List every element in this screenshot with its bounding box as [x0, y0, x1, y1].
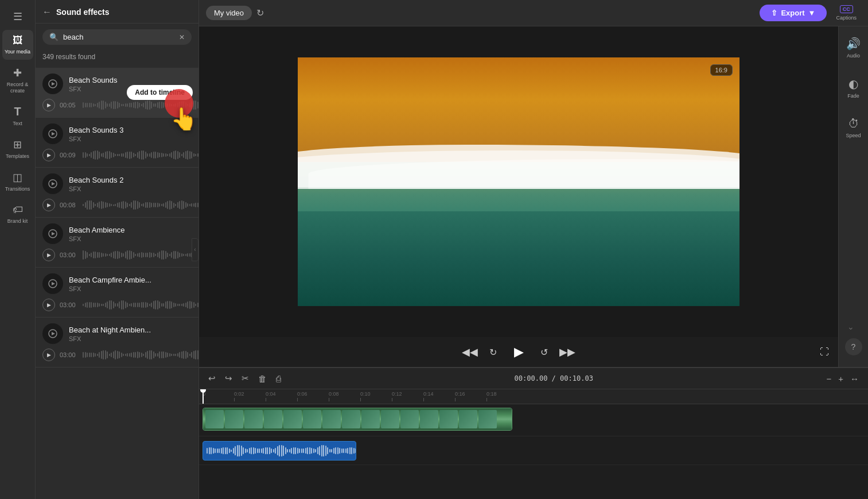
svg-marker-7: [52, 232, 55, 235]
play-button[interactable]: ▶: [42, 299, 55, 311]
text-icon: T: [14, 105, 21, 118]
waveform: [83, 99, 198, 111]
play-button[interactable]: ▶: [42, 199, 55, 211]
autosave-icon[interactable]: ↻: [256, 7, 264, 18]
sound-name: Beach at Night Ambien...: [69, 326, 192, 334]
fit-timeline-button[interactable]: ↔: [848, 372, 861, 385]
play-button[interactable]: ▶: [42, 149, 55, 161]
search-input[interactable]: [63, 33, 174, 41]
clear-search-button[interactable]: ✕: [179, 33, 185, 41]
svg-marker-11: [52, 332, 55, 335]
sound-info: Beach Campfire Ambie... SFX: [69, 276, 192, 292]
zoom-out-button[interactable]: −: [824, 372, 834, 385]
help-button[interactable]: ?: [845, 338, 862, 355]
sound-info: Beach at Night Ambien... SFX: [69, 326, 192, 342]
play-button[interactable]: ▶: [42, 99, 55, 111]
sidebar-item-templates[interactable]: ⊞ Templates: [2, 134, 33, 164]
sidebar-item-text[interactable]: T Text: [2, 100, 33, 131]
captions-button[interactable]: CC Captions: [831, 3, 861, 23]
your-media-icon: 🖼: [13, 34, 23, 47]
sound-thumb: [42, 323, 63, 344]
fast-forward-button[interactable]: ↺: [540, 347, 548, 358]
rewind-button[interactable]: ↻: [489, 347, 497, 358]
duration: 00:05: [60, 102, 78, 109]
back-button[interactable]: ←: [42, 7, 52, 17]
sound-item-top: Beach Sounds 2 SFX: [42, 173, 192, 194]
ruler-mark: 0:04: [266, 391, 297, 401]
add-to-timeline-button[interactable]: Add to timeline: [127, 85, 193, 100]
sound-info: Beach Sounds 2 SFX: [69, 176, 192, 192]
sidebar-item-transitions[interactable]: ◫ Transitions: [2, 167, 33, 197]
zoom-in-button[interactable]: +: [836, 372, 846, 385]
audio-clip[interactable]: [203, 441, 356, 461]
chevron-down-icon[interactable]: ⌄: [845, 320, 862, 334]
panel-collapse-handle[interactable]: ‹: [192, 238, 198, 261]
redo-button[interactable]: ↪: [223, 372, 235, 385]
fade-label: Fade: [847, 93, 859, 99]
sound-controls: ▶ 00:08: [42, 199, 192, 211]
duration: 03:00: [60, 301, 78, 308]
zoom-controls: − + ↔: [824, 372, 861, 385]
duration: 03:00: [60, 252, 78, 258]
sound-info: Beach Ambience SFX: [69, 226, 192, 242]
sidebar-item-record-create[interactable]: ✚ Record &create: [2, 62, 33, 99]
sound-type: SFX: [69, 335, 192, 342]
sidebar-item-your-media[interactable]: 🖼 Your media: [2, 30, 33, 60]
sound-type: SFX: [69, 285, 192, 292]
record-create-icon: ✚: [13, 67, 22, 79]
video-controls: ◀◀ ↻ ▶ ↺ ▶▶ ⛶: [199, 337, 838, 367]
ruler-mark: 0:12: [392, 391, 423, 401]
delete-button[interactable]: 🗑: [256, 372, 269, 385]
play-pause-button[interactable]: ▶: [508, 342, 529, 362]
waveform: [83, 299, 198, 311]
sound-list: Beach Sounds SFX ▶ 00:05 Add to timeline…: [36, 65, 198, 499]
timeline-tracks: [199, 404, 868, 499]
export-button[interactable]: ⇧ Export ▼: [760, 5, 827, 21]
sound-item: Beach Campfire Ambie... SFX ▶ 03:00: [36, 268, 198, 318]
my-video-tab[interactable]: My video: [206, 6, 252, 20]
sound-name: Beach Campfire Ambie...: [69, 276, 192, 284]
fullscreen-button[interactable]: ⛶: [820, 347, 829, 357]
add-media-button[interactable]: ⎙: [274, 372, 283, 385]
menu-icon: ☰: [13, 10, 22, 23]
results-count: 349 results found: [36, 51, 198, 65]
play-button[interactable]: ▶: [42, 249, 55, 261]
left-sidebar: ☰ 🖼 Your media ✚ Record &create T Text ⊞…: [0, 0, 36, 499]
cut-button[interactable]: ✂: [239, 372, 251, 385]
ruler-mark: 0:14: [423, 391, 455, 401]
ruler-mark: 0:06: [297, 391, 329, 401]
brand-kit-icon: 🏷: [13, 204, 23, 216]
skip-to-end-button[interactable]: ▶▶: [559, 346, 575, 358]
play-button[interactable]: ▶: [42, 349, 55, 361]
ruler-mark: 0:08: [329, 391, 360, 401]
video-clip[interactable]: [203, 408, 512, 431]
templates-icon: ⊞: [13, 138, 22, 151]
duration: 00:08: [60, 202, 78, 208]
video-track-row: [199, 404, 868, 436]
sound-controls: ▶ 00:05: [42, 99, 192, 111]
sound-controls: ▶ 00:09: [42, 149, 192, 161]
right-panel-speed[interactable]: ⏱ Speed: [842, 114, 864, 142]
right-panel-fade[interactable]: ◐ Fade: [844, 74, 863, 102]
sound-thumb: [42, 123, 63, 144]
video-clip-inner: [203, 408, 512, 430]
video-container: 16:9: [199, 26, 838, 337]
sound-item-top: Beach Ambience SFX: [42, 223, 192, 244]
svg-marker-9: [52, 282, 55, 285]
playhead[interactable]: [203, 389, 204, 404]
cc-badge: CC: [840, 5, 853, 13]
sidebar-item-brand-kit[interactable]: 🏷 Brand kit: [2, 199, 33, 229]
sound-item: Beach Sounds 2 SFX ▶ 00:08: [36, 168, 198, 218]
sound-name: Beach Sounds 3: [69, 126, 192, 134]
sidebar-label-your-media: Your media: [5, 49, 30, 55]
svg-marker-5: [52, 182, 55, 185]
sidebar-item-menu[interactable]: ☰: [2, 6, 33, 28]
right-panel-audio[interactable]: 🔊 Audio: [843, 33, 864, 62]
sound-controls: ▶ 03:00: [42, 299, 192, 311]
sound-item: Beach Sounds 3 SFX ▶ 00:09: [36, 118, 198, 168]
search-box: 🔍 ✕: [42, 29, 192, 45]
sound-type: SFX: [69, 185, 192, 192]
sidebar-label-templates: Templates: [6, 153, 29, 160]
skip-to-start-button[interactable]: ◀◀: [462, 346, 478, 358]
undo-button[interactable]: ↩: [206, 372, 218, 385]
